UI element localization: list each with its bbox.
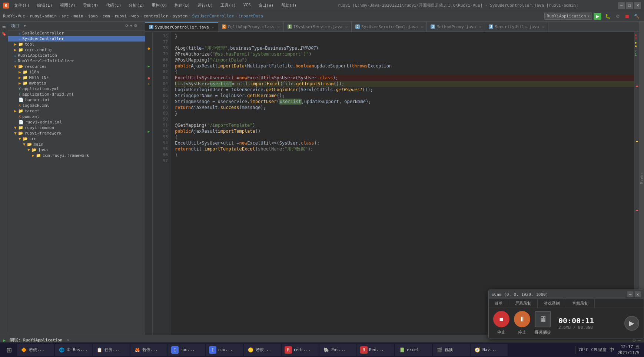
- tab-close-icon[interactable]: ✕: [212, 25, 214, 29]
- collapse-icon[interactable]: ▾: [130, 23, 132, 28]
- keyboard-layout[interactable]: 中: [610, 347, 614, 353]
- taskbar-app-idea[interactable]: I ruo...: [168, 344, 205, 356]
- gutter-run-icon2[interactable]: ▶: [147, 129, 150, 133]
- sidebar-item-tool[interactable]: ▶ 📁 tool: [8, 42, 145, 47]
- tab-methodproxy[interactable]: J MethodProxy.java ✕: [427, 22, 485, 32]
- crumb-9[interactable]: system: [173, 14, 187, 19]
- tab-close-icon[interactable]: ✕: [345, 25, 348, 29]
- menu-help[interactable]: 帮助(H): [280, 2, 298, 9]
- sidebar-item-pom[interactable]: X pom.xml: [8, 114, 145, 119]
- taskbar-app-postgres[interactable]: 🐘 Pos...: [319, 344, 356, 356]
- stop-button[interactable]: ⏹: [623, 13, 631, 20]
- sync-icon[interactable]: ⟳: [125, 23, 129, 28]
- start-button[interactable]: ⊞: [1, 343, 16, 357]
- sidebar-item-iml[interactable]: 📄 ruoyi-admin.iml: [8, 119, 145, 125]
- build-button[interactable]: 🔨: [633, 13, 641, 20]
- sidebar-item-com-ruoyi[interactable]: ▶ 📁 com.ruoyi.framework: [8, 153, 145, 158]
- taskbar-app-ruoyi[interactable]: 🔶 若依...: [17, 344, 54, 356]
- crumb-8[interactable]: controller: [143, 14, 168, 19]
- sidebar-item-i18n[interactable]: ▶ 📁 i18n: [8, 69, 145, 75]
- taskbar-app-edge[interactable]: 🌐 ⑨ Bas...: [55, 344, 92, 356]
- menu-refactor[interactable]: 重构(O): [150, 2, 169, 9]
- taskbar-app-app1[interactable]: 🟡 若依...: [244, 344, 281, 356]
- minimize-panel-icon[interactable]: ─: [139, 23, 142, 28]
- crumb-4[interactable]: java: [88, 14, 98, 19]
- crumb-2[interactable]: src: [62, 14, 69, 19]
- ocam-minimize-button[interactable]: ─: [627, 291, 633, 297]
- ocam-close-button[interactable]: ✕: [635, 291, 641, 297]
- sidebar-item-servlet[interactable]: ☕ RuoYiServletInitializer: [8, 58, 145, 64]
- close-button[interactable]: ✕: [634, 2, 641, 9]
- ocam-play-button[interactable]: ▶: [624, 316, 639, 331]
- sidebar-dropdown[interactable]: ▼: [24, 24, 26, 28]
- sidebar-item-java[interactable]: ▼ 📂 java: [8, 147, 145, 153]
- menu-run[interactable]: 运行(U): [196, 2, 215, 9]
- settings-icon[interactable]: ⚙: [134, 23, 137, 28]
- run-config-dropdown[interactable]: RuoYiApplication ▼: [544, 13, 592, 20]
- sidebar-item-src[interactable]: ▼ 📂 src: [8, 136, 145, 142]
- ocam-overlay[interactable]: oCam (0, 0, 1920, 1080) ─ ✕ 菜单 屏幕录制 游戏录制…: [488, 290, 644, 338]
- ocam-stop-button[interactable]: ■: [493, 311, 509, 327]
- tab-close-icon[interactable]: ✕: [542, 25, 544, 29]
- tab-isysuser[interactable]: I ISysUserService.java ✕: [284, 22, 352, 32]
- maximize-button[interactable]: □: [626, 2, 633, 9]
- debug-run-button[interactable]: 🐛: [603, 13, 613, 20]
- menu-code[interactable]: 代码(C): [104, 2, 123, 9]
- sidebar-item-metainf[interactable]: ▶ 📁 META-INF: [8, 75, 145, 80]
- tab-close-icon[interactable]: ✕: [421, 25, 423, 29]
- sidebar-item-target[interactable]: ▶ 📁 target: [8, 108, 145, 114]
- taskbar-app-redis[interactable]: R redi...: [282, 344, 319, 356]
- taskbar-app-redis2[interactable]: R Red...: [357, 344, 394, 356]
- crumb-0[interactable]: RuoYi-Vue: [3, 14, 25, 19]
- menu-view[interactable]: 视图(V): [59, 2, 77, 9]
- taskbar-app-idea2[interactable]: I ruo...: [206, 344, 243, 356]
- profile-button[interactable]: ⚙: [614, 13, 621, 20]
- sidebar-item-appyml[interactable]: Y application.yml: [8, 86, 145, 92]
- ocam-menu-game[interactable]: 游戏录制: [538, 299, 566, 308]
- taskbar-app-tasks[interactable]: 📋 任务...: [93, 344, 130, 356]
- crumb-5[interactable]: com: [102, 14, 110, 19]
- sidebar-item-resources[interactable]: ▼ 📂 resources: [8, 64, 145, 69]
- ocam-menu-audio[interactable]: 音频录制: [566, 299, 595, 308]
- sidebar-item-logback[interactable]: X logback.xml: [8, 103, 145, 108]
- tab-sysusersvc[interactable]: J SysUserServiceImpl.java ✕: [352, 22, 427, 32]
- menu-window[interactable]: 窗口(W): [257, 2, 275, 9]
- tab-sysuser[interactable]: J SysUserController.java ✕: [145, 22, 218, 32]
- ocam-menu-menu[interactable]: 菜单: [489, 299, 509, 308]
- ocam-pause-button[interactable]: ⏸: [514, 311, 530, 327]
- bookmark-button[interactable]: 🔖: [1, 30, 7, 37]
- sidebar-item-main[interactable]: ▼ 📂 main: [8, 142, 145, 147]
- structure-button[interactable]: ☰: [1, 23, 7, 30]
- taskbar-app-video[interactable]: 🎬 视频: [433, 344, 470, 356]
- menu-edit[interactable]: 编辑(E): [36, 2, 54, 9]
- crumb-3[interactable]: main: [73, 14, 83, 19]
- run-button[interactable]: ▶: [594, 13, 601, 20]
- menu-build[interactable]: 构建(B): [173, 2, 192, 9]
- sidebar-item-framework[interactable]: ▼ 📂 ruoyi-framework: [8, 130, 145, 136]
- taskbar-app-excel[interactable]: 📗 excel: [395, 344, 432, 356]
- menu-vcs[interactable]: VCS: [242, 2, 252, 9]
- taskbar-app-nav[interactable]: 🧭 Nav...: [471, 344, 508, 356]
- tab-close-icon[interactable]: ✕: [479, 25, 481, 29]
- crumb-10[interactable]: SysUserController: [192, 14, 234, 19]
- maven-panel[interactable]: Maven: [639, 22, 644, 335]
- sidebar-item-banner[interactable]: 📄 banner.txt: [8, 97, 145, 103]
- sidebar-item-common[interactable]: ▼ 📁 ruoyi-common: [8, 125, 145, 130]
- sidebar-item-druid[interactable]: Y application-druid.yml: [8, 92, 145, 97]
- ocam-screenshot-button[interactable]: 🖥: [535, 311, 551, 327]
- ocam-menu-screen[interactable]: 屏幕录制: [509, 299, 538, 308]
- crumb-1[interactable]: ruoyi-admin: [30, 14, 57, 19]
- taskbar-app-firefox[interactable]: 🦊 若依...: [130, 344, 167, 356]
- tab-cglib[interactable]: C CglibAopProxy.class ✕: [218, 22, 284, 32]
- minimize-button[interactable]: ─: [618, 2, 625, 9]
- menu-nav[interactable]: 导航(N): [82, 2, 100, 9]
- sidebar-item-mybatis[interactable]: ▶ 📁 mybatis: [8, 80, 145, 86]
- gutter-run-icon[interactable]: ▶: [147, 64, 150, 68]
- tab-close-icon[interactable]: ✕: [278, 25, 280, 29]
- tab-security[interactable]: J SecurityUtils.java ✕: [485, 22, 548, 32]
- menu-tools[interactable]: 工具(T): [219, 2, 238, 9]
- menu-file[interactable]: 文件(F): [13, 2, 31, 9]
- crumb-7[interactable]: web: [132, 14, 139, 19]
- sidebar-item-core[interactable]: ▶ 📁 core.config: [8, 47, 145, 53]
- menu-analyze[interactable]: 分析(Z): [127, 2, 146, 9]
